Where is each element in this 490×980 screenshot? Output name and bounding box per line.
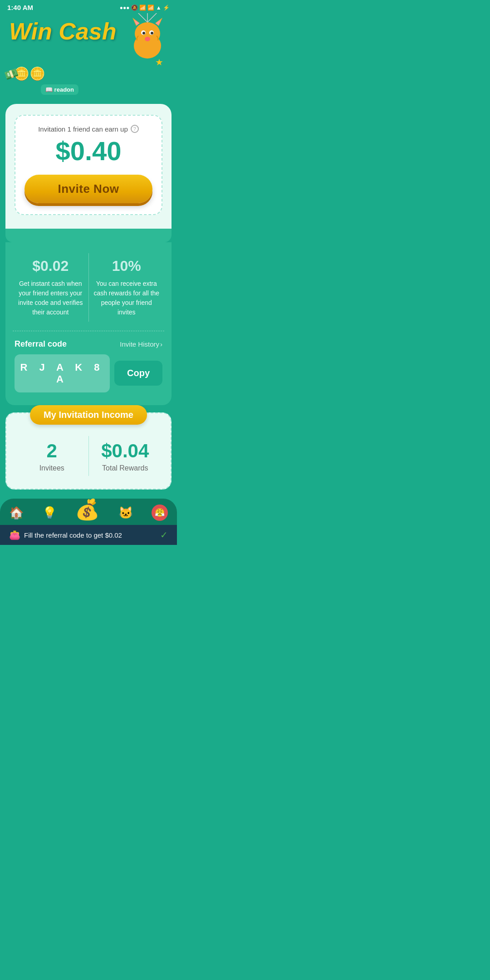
rewards-grid: $0.02 Get instant cash when your friend … bbox=[13, 253, 164, 322]
reward-desc-2: You can receive extra cash rewards for a… bbox=[93, 279, 161, 317]
copy-button[interactable]: Copy bbox=[114, 361, 162, 386]
main-card: Invitation 1 friend can earn up ? $0.40 … bbox=[5, 104, 172, 229]
income-invitees: 2 Invitees bbox=[15, 436, 89, 476]
help-icon[interactable]: ? bbox=[131, 125, 139, 133]
signal-icons: ●●● 🔕 📶 📶 ▲ ⚡ bbox=[120, 5, 170, 11]
readon-brand: 📖 readon bbox=[41, 84, 78, 95]
banner-check-icon: ✓ bbox=[160, 529, 168, 540]
status-icons: ●●● 🔕 📶 📶 ▲ ⚡ bbox=[120, 5, 170, 11]
header-area: Win Cash 🪙🪙 bbox=[0, 13, 177, 104]
invite-history-link[interactable]: Invite History › bbox=[120, 340, 162, 348]
svg-point-8 bbox=[142, 32, 145, 34]
referral-code-display: R J A K 8 A bbox=[15, 354, 110, 392]
banner-left: 👛 Fill the referral code to get $0.02 bbox=[9, 529, 122, 540]
cat-icon: 🐱 bbox=[118, 506, 133, 520]
referral-section: Referral code Invite History › R J A K 8… bbox=[13, 339, 164, 392]
total-rewards-label: Total Rewards bbox=[93, 464, 158, 472]
nav-home[interactable]: 🏠 bbox=[9, 506, 24, 520]
mascot-character bbox=[122, 13, 172, 59]
page-title: Win Cash bbox=[9, 18, 116, 45]
invite-subtitle: Invitation 1 friend can earn up ? bbox=[24, 125, 152, 133]
banner-text: Fill the referral code to get $0.02 bbox=[24, 531, 122, 539]
bottom-banner: 👛 Fill the referral code to get $0.02 ✓ bbox=[0, 525, 177, 545]
total-rewards-number: $0.04 bbox=[93, 440, 158, 462]
reward-item-2: 10% You can receive extra cash rewards f… bbox=[89, 253, 165, 322]
status-time: 1:40 AM bbox=[7, 4, 33, 11]
section-divider bbox=[13, 331, 164, 331]
nav-tasks[interactable]: 💡 bbox=[42, 506, 57, 520]
reward-amount-1: $0.02 bbox=[16, 258, 85, 274]
svg-line-13 bbox=[147, 13, 159, 22]
income-section: My Invitation Income 2 Invitees $0.04 To… bbox=[5, 412, 172, 490]
bottom-nav: 🏠 💡 💰 🐱 😤 bbox=[0, 499, 177, 525]
nav-cat[interactable]: 🐱 bbox=[118, 506, 133, 520]
reward-amount-2: 10% bbox=[93, 258, 161, 274]
income-grid: 2 Invitees $0.04 Total Rewards bbox=[15, 436, 162, 476]
nav-profile[interactable]: 😤 bbox=[152, 505, 168, 521]
center-icon: 💰 bbox=[75, 498, 100, 521]
rewards-section: $0.02 Get instant cash when your friend … bbox=[5, 242, 172, 405]
deco-stars: ★ bbox=[155, 57, 163, 68]
earn-amount: $0.40 bbox=[24, 137, 152, 166]
svg-point-1 bbox=[135, 22, 160, 45]
envelope-flap bbox=[5, 229, 172, 242]
profile-avatar: 😤 bbox=[152, 505, 168, 521]
svg-point-9 bbox=[151, 32, 153, 34]
reward-desc-1: Get instant cash when your friend enters… bbox=[16, 279, 85, 317]
referral-header: Referral code Invite History › bbox=[15, 339, 162, 349]
banner-wallet-icon: 👛 bbox=[9, 529, 20, 540]
envelope-card: Invitation 1 friend can earn up ? $0.40 … bbox=[15, 115, 162, 215]
invite-now-button[interactable]: Invite Now bbox=[24, 175, 152, 203]
nav-center[interactable]: 💰 bbox=[75, 498, 100, 521]
task-icon: 💡 bbox=[42, 506, 57, 520]
svg-point-10 bbox=[145, 37, 150, 41]
income-total-rewards: $0.04 Total Rewards bbox=[89, 436, 162, 476]
referral-label: Referral code bbox=[15, 339, 67, 349]
income-title-badge: My Invitation Income bbox=[30, 405, 147, 425]
chevron-right-icon: › bbox=[160, 340, 162, 348]
status-bar: 1:40 AM ●●● 🔕 📶 📶 ▲ ⚡ bbox=[0, 0, 177, 13]
invitees-number: 2 bbox=[19, 440, 85, 462]
referral-code-row: R J A K 8 A Copy bbox=[15, 354, 162, 392]
invitees-label: Invitees bbox=[19, 464, 85, 472]
reward-item-1: $0.02 Get instant cash when your friend … bbox=[13, 253, 89, 322]
svg-line-11 bbox=[136, 13, 147, 22]
home-icon: 🏠 bbox=[9, 506, 24, 520]
